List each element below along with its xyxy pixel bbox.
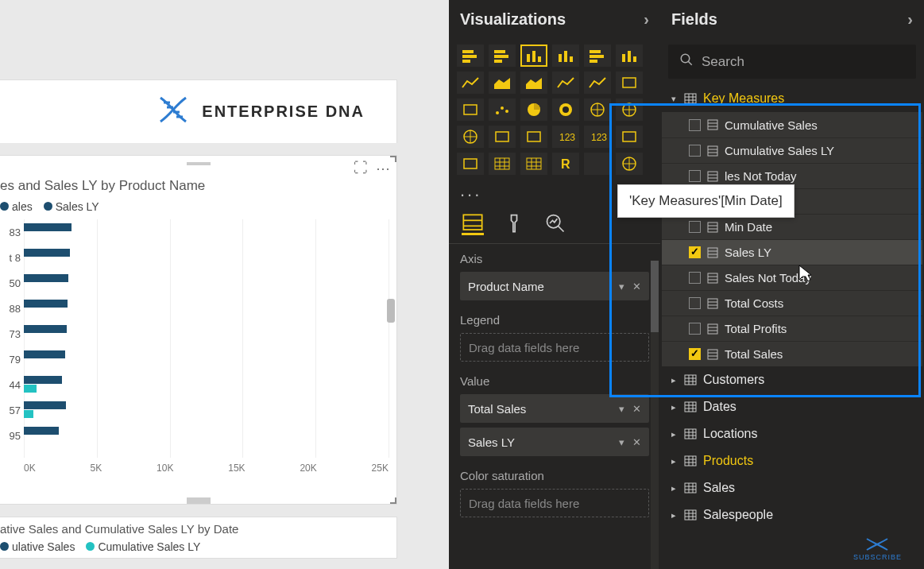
chevron-down-icon[interactable]: ▾ bbox=[619, 436, 624, 448]
chevron-down-icon[interactable]: ▾ bbox=[619, 281, 624, 292]
field-total-sales[interactable]: Total Sales bbox=[662, 341, 922, 366]
color-saturation-well[interactable]: Drag data fields here bbox=[460, 489, 649, 517]
bar[interactable] bbox=[24, 350, 65, 358]
viz-type-slicer[interactable] bbox=[457, 153, 484, 175]
table-salespeople[interactable]: ▸Salespeople bbox=[662, 501, 922, 528]
viz-type-map[interactable] bbox=[616, 99, 643, 121]
format-tab-icon[interactable] bbox=[503, 216, 525, 235]
analytics-tab-icon[interactable] bbox=[544, 216, 566, 235]
table-locations[interactable]: ▸Locations bbox=[662, 420, 922, 447]
checkbox[interactable] bbox=[689, 119, 701, 131]
viz-type-matrix[interactable] bbox=[520, 153, 547, 175]
fields-tab-icon[interactable] bbox=[462, 216, 484, 235]
viz-type-card[interactable]: 123 bbox=[552, 126, 579, 148]
bar[interactable] bbox=[24, 249, 70, 257]
scrollbar-thumb[interactable] bbox=[651, 261, 659, 332]
field-cumulative-sales-ly[interactable]: Cumulative Sales LY bbox=[662, 137, 922, 163]
viz-type-line-clustered[interactable] bbox=[552, 72, 579, 94]
bar[interactable] bbox=[24, 427, 59, 435]
checkbox[interactable] bbox=[689, 221, 701, 233]
viz-type-100-column[interactable] bbox=[616, 45, 643, 67]
table-products[interactable]: ▸Products bbox=[662, 447, 922, 474]
category-label: 44 bbox=[0, 379, 24, 391]
scrollbar-thumb[interactable] bbox=[387, 299, 395, 323]
viz-type-ribbon[interactable] bbox=[616, 72, 643, 94]
svg-rect-7 bbox=[494, 50, 505, 53]
field-total-costs[interactable]: Total Costs bbox=[662, 290, 922, 315]
more-options-icon[interactable]: ⋯ bbox=[376, 160, 390, 177]
checkbox[interactable] bbox=[689, 170, 701, 182]
field-total-profits[interactable]: Total Profits bbox=[662, 315, 922, 341]
viz-type-r-visual[interactable]: R bbox=[552, 153, 579, 175]
viz-type-line[interactable] bbox=[457, 72, 484, 94]
viz-type-stacked-area[interactable] bbox=[520, 72, 547, 94]
viz-type-stacked-bar[interactable] bbox=[457, 45, 484, 67]
viz-type-donut[interactable] bbox=[552, 99, 579, 121]
x-tick: 5K bbox=[91, 463, 102, 474]
viz-type-line-stacked[interactable] bbox=[584, 72, 611, 94]
viz-type-stacked-column[interactable] bbox=[552, 45, 579, 67]
checkbox[interactable] bbox=[689, 246, 701, 258]
viz-type-waterfall[interactable] bbox=[457, 99, 484, 121]
focus-mode-icon[interactable]: ⛶ bbox=[354, 160, 368, 177]
field-cumulative-sales[interactable]: Cumulative Sales bbox=[662, 112, 922, 137]
scrollbar-track[interactable] bbox=[651, 261, 659, 569]
viz-type-100-bar[interactable] bbox=[584, 45, 611, 67]
viz-type-scatter[interactable] bbox=[489, 99, 516, 121]
bar[interactable] bbox=[24, 376, 62, 384]
table-sales[interactable]: ▸Sales bbox=[662, 474, 922, 501]
value-well-item[interactable]: Total Sales ▾✕ bbox=[460, 394, 649, 423]
viz-type-funnel[interactable] bbox=[489, 126, 516, 148]
viz-type-clustered-column-sel[interactable] bbox=[520, 45, 547, 67]
table-dates[interactable]: ▸Dates bbox=[662, 393, 922, 420]
remove-icon[interactable]: ✕ bbox=[632, 436, 641, 448]
viz-type-kpi[interactable] bbox=[616, 126, 643, 148]
bar[interactable] bbox=[24, 325, 67, 333]
subscribe-watermark: SUBSCRIBE bbox=[853, 537, 902, 561]
scrollbar-thumb-horizontal[interactable] bbox=[187, 497, 211, 504]
field-sales-ly[interactable]: Sales LY bbox=[662, 239, 922, 265]
viz-type-filled-map[interactable] bbox=[457, 126, 484, 148]
viz-type-clustered-bar[interactable] bbox=[489, 45, 516, 67]
legend-well[interactable]: Drag data fields here bbox=[460, 333, 649, 362]
remove-icon[interactable]: ✕ bbox=[632, 281, 641, 292]
viz-type-gauge[interactable] bbox=[520, 126, 547, 148]
bar[interactable] bbox=[24, 410, 33, 418]
search-input[interactable]: Search bbox=[668, 45, 916, 79]
triangle-right-icon: ▸ bbox=[670, 429, 678, 439]
bar[interactable] bbox=[24, 385, 37, 393]
bar[interactable] bbox=[24, 274, 68, 282]
fields-list: ▾Key MeasuresCumulative SalesCumulative … bbox=[660, 85, 924, 528]
viz-type-multi-card[interactable]: 123 bbox=[584, 126, 611, 148]
chevron-right-icon[interactable]: › bbox=[644, 10, 649, 29]
checkbox[interactable] bbox=[689, 297, 701, 309]
checkbox[interactable] bbox=[689, 272, 701, 284]
viz-type-treemap[interactable] bbox=[584, 99, 611, 121]
resize-handle-ne[interactable] bbox=[390, 156, 396, 162]
bar[interactable] bbox=[24, 401, 66, 409]
viz-type-area[interactable] bbox=[489, 72, 516, 94]
chevron-down-icon[interactable]: ▾ bbox=[619, 403, 624, 415]
table-customers[interactable]: ▸Customers bbox=[662, 366, 922, 393]
checkbox[interactable] bbox=[689, 323, 701, 335]
viz-type-pie[interactable] bbox=[520, 99, 547, 121]
viz-type-arcgis[interactable] bbox=[616, 153, 643, 175]
chart-visual[interactable]: ⛶ ⋯ es and Sales LY by Product Name ales… bbox=[0, 155, 397, 505]
drag-handle-icon[interactable] bbox=[187, 162, 211, 165]
field-sales-not-today[interactable]: Sales Not Today bbox=[662, 265, 922, 290]
checkbox[interactable] bbox=[689, 348, 701, 360]
resize-handle-se[interactable] bbox=[390, 497, 396, 504]
chart-plot-area: 83t 850887379445795 bbox=[0, 219, 396, 458]
x-tick: 10K bbox=[157, 463, 173, 474]
table-icon bbox=[684, 482, 697, 494]
chevron-right-icon[interactable]: › bbox=[907, 10, 913, 29]
bar[interactable] bbox=[24, 223, 72, 231]
viz-type-table[interactable] bbox=[489, 153, 516, 175]
table-key-measures[interactable]: ▾Key Measures bbox=[662, 85, 922, 112]
value-well-item[interactable]: Sales LY ▾✕ bbox=[460, 428, 649, 456]
checkbox[interactable] bbox=[689, 145, 701, 157]
remove-icon[interactable]: ✕ bbox=[632, 403, 641, 415]
secondary-chart-visual[interactable]: ative Sales and Cumulative Sales LY by D… bbox=[0, 517, 397, 559]
bar[interactable] bbox=[24, 300, 68, 308]
axis-well[interactable]: Product Name ▾✕ bbox=[460, 272, 649, 300]
